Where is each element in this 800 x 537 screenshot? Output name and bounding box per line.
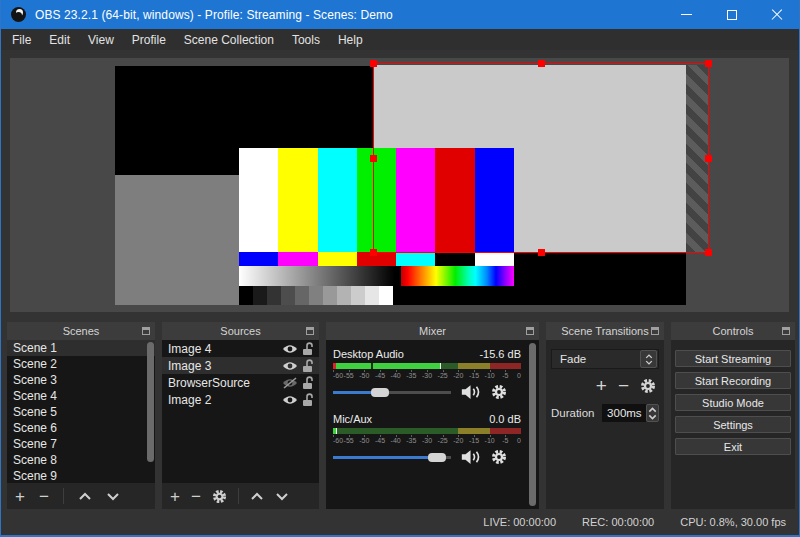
- menu-edit[interactable]: Edit: [40, 30, 79, 50]
- selection-handle-bottom-right[interactable]: [705, 249, 712, 256]
- selection-handle-top-right[interactable]: [705, 60, 712, 67]
- visibility-eye-slash-icon[interactable]: [282, 377, 298, 389]
- scene-list-item[interactable]: Scene 6: [7, 420, 155, 436]
- visibility-eye-icon[interactable]: [282, 360, 298, 372]
- transition-select[interactable]: Fade: [551, 349, 659, 369]
- selection-handle-bottom-mid[interactable]: [538, 249, 545, 256]
- duration-spinner[interactable]: [646, 404, 659, 422]
- scene-list-item[interactable]: Scene 8: [7, 452, 155, 468]
- add-transition-button[interactable]: +: [596, 378, 607, 394]
- menu-view[interactable]: View: [79, 30, 123, 50]
- visibility-eye-icon[interactable]: [282, 343, 298, 355]
- menu-tools[interactable]: Tools: [283, 30, 329, 50]
- move-scene-down-button[interactable]: [106, 492, 120, 501]
- source-properties-gear-button[interactable]: [212, 489, 227, 504]
- source-list-item[interactable]: Image 4: [162, 340, 319, 357]
- settings-button[interactable]: Settings: [675, 416, 791, 433]
- volume-slider[interactable]: [333, 450, 451, 464]
- scene-list-item[interactable]: Scene 2: [7, 356, 155, 372]
- source-list-item[interactable]: BrowserSource: [162, 374, 319, 391]
- remove-scene-button[interactable]: −: [39, 488, 49, 505]
- start-recording-button[interactable]: Start Recording: [675, 372, 791, 389]
- add-source-button[interactable]: +: [170, 488, 180, 505]
- scenes-list[interactable]: Scene 1 Scene 2 Scene 3 Scene 4 Scene 5 …: [7, 340, 155, 483]
- remove-transition-button[interactable]: −: [618, 378, 629, 394]
- speaker-icon: [460, 384, 482, 400]
- minimize-button[interactable]: [664, 0, 709, 29]
- duration-input[interactable]: 300ms: [602, 404, 646, 422]
- controls-panel-title: Controls: [713, 325, 754, 337]
- gear-icon: [491, 384, 507, 400]
- preview-canvas[interactable]: [10, 58, 789, 312]
- dock-popout-icon[interactable]: [651, 327, 659, 335]
- studio-mode-button[interactable]: Studio Mode: [675, 394, 791, 411]
- speaker-icon: [460, 449, 482, 465]
- gear-icon: [491, 449, 507, 465]
- start-streaming-button[interactable]: Start Streaming: [675, 350, 791, 367]
- scene-list-item[interactable]: Scene 1: [7, 340, 155, 356]
- channel-settings-gear-button[interactable]: [491, 384, 507, 400]
- dock-popout-icon[interactable]: [782, 327, 790, 335]
- menu-help[interactable]: Help: [329, 30, 372, 50]
- move-source-up-button[interactable]: [250, 492, 264, 501]
- menu-scene-collection[interactable]: Scene Collection: [175, 30, 283, 50]
- maximize-icon: [727, 10, 737, 20]
- source-selection-box[interactable]: [373, 63, 709, 253]
- lock-open-icon[interactable]: [302, 359, 314, 373]
- selection-handle-top-left[interactable]: [370, 60, 377, 67]
- scene-list-item[interactable]: Scene 4: [7, 388, 155, 404]
- mixer-scrollbar[interactable]: [529, 343, 536, 506]
- meter-average-tick: [371, 363, 373, 369]
- lock-open-icon[interactable]: [302, 393, 314, 407]
- scenes-scrollbar[interactable]: [147, 342, 154, 462]
- move-scene-up-button[interactable]: [78, 492, 92, 501]
- chevron-up-icon: [78, 492, 92, 501]
- volume-slider[interactable]: [333, 385, 451, 399]
- scenes-panel-header: Scenes: [7, 322, 155, 340]
- window-title: OBS 23.2.1 (64-bit, windows) - Profile: …: [35, 8, 393, 22]
- dock-popout-icon[interactable]: [306, 327, 314, 335]
- obs-logo-icon: [11, 7, 26, 22]
- channel-settings-gear-button[interactable]: [491, 449, 507, 465]
- speaker-mute-button[interactable]: [460, 449, 482, 465]
- menu-profile[interactable]: Profile: [123, 30, 175, 50]
- source-list-item[interactable]: Image 2: [162, 391, 319, 408]
- speaker-mute-button[interactable]: [460, 384, 482, 400]
- source-list-item[interactable]: Image 3: [162, 357, 319, 374]
- scene-list-item[interactable]: Scene 5: [7, 404, 155, 420]
- meter-scale: -60 -55 -50 -45 -40 -35 -30 -25 -20 -15 …: [333, 370, 521, 380]
- combo-arrows[interactable]: [640, 350, 657, 368]
- dock-popout-icon[interactable]: [526, 327, 534, 335]
- chevron-down-icon: [106, 492, 120, 501]
- selection-handle-bottom-left[interactable]: [370, 249, 377, 256]
- selection-handle-mid-left[interactable]: [370, 155, 377, 162]
- maximize-button[interactable]: [709, 0, 754, 29]
- scene-list-item[interactable]: Scene 7: [7, 436, 155, 452]
- mixer-channel-mic-aux: Mic/Aux 0.0 dB -60 -55 -50 -45 -40 -35 -…: [333, 413, 521, 465]
- scene-list-item[interactable]: Scene 9: [7, 468, 155, 483]
- chevron-down-icon: [648, 414, 657, 420]
- close-button[interactable]: [754, 0, 799, 29]
- duration-label: Duration: [551, 407, 594, 419]
- exit-button[interactable]: Exit: [675, 438, 791, 455]
- dock-popout-icon[interactable]: [142, 327, 150, 335]
- visibility-eye-icon[interactable]: [282, 394, 298, 406]
- selection-handle-top-mid[interactable]: [538, 60, 545, 67]
- move-source-down-button[interactable]: [275, 492, 289, 501]
- volume-slider-thumb[interactable]: [428, 453, 446, 462]
- scene-list-item[interactable]: Scene 3: [7, 372, 155, 388]
- selection-handle-mid-right[interactable]: [705, 155, 712, 162]
- lock-open-icon[interactable]: [302, 376, 314, 390]
- volume-slider-thumb[interactable]: [371, 388, 389, 397]
- lock-open-icon[interactable]: [302, 342, 314, 356]
- sources-list[interactable]: Image 4 Image 3 BrowserSource: [162, 340, 319, 483]
- meter-level-bar: [336, 363, 441, 369]
- transition-selected-value: Fade: [552, 353, 640, 365]
- channel-level-db: -15.6 dB: [479, 348, 521, 360]
- remove-source-button[interactable]: −: [191, 488, 201, 505]
- add-scene-button[interactable]: +: [15, 488, 25, 505]
- transition-properties-gear-button[interactable]: [640, 378, 656, 394]
- menu-file[interactable]: File: [3, 30, 40, 50]
- menu-bar: File Edit View Profile Scene Collection …: [1, 29, 799, 50]
- title-bar[interactable]: OBS 23.2.1 (64-bit, windows) - Profile: …: [1, 0, 799, 29]
